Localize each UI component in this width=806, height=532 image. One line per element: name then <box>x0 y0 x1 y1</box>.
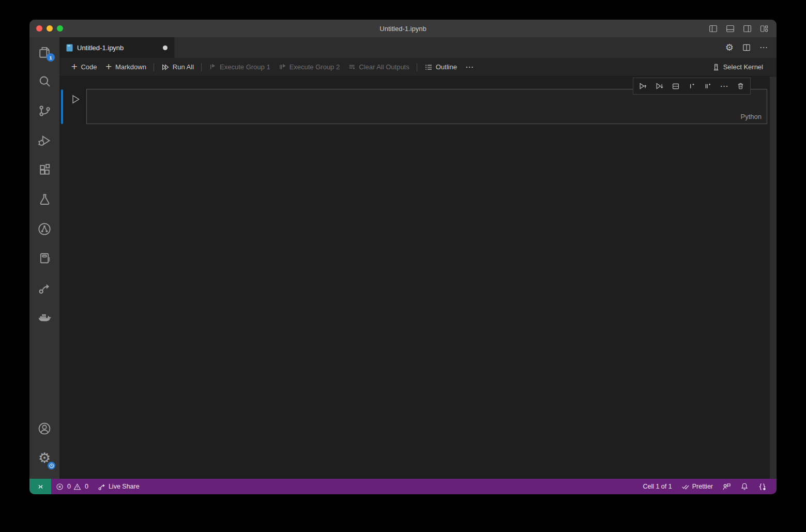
sidebar-item-docker[interactable] <box>29 302 59 332</box>
notebook-icon <box>38 252 51 265</box>
tab-bar: Untitled-1.ipynb ⚙ ⋯ <box>59 37 777 58</box>
toggle-secondary-sidebar-icon[interactable] <box>743 25 752 33</box>
warning-count: 0 <box>85 483 88 490</box>
outline-list-icon <box>424 63 433 71</box>
toggle-primary-sidebar-icon[interactable] <box>709 25 718 33</box>
language-status-button[interactable] <box>753 482 771 491</box>
clear-all-outputs-button[interactable]: Clear All Outputs <box>344 63 414 71</box>
sidebar-item-run-debug[interactable] <box>29 126 59 155</box>
explorer-badge: 1 <box>47 53 55 62</box>
sidebar-item-account[interactable] <box>29 414 59 443</box>
status-bar: 0 0 Live Share Cell 1 of 1 Prettier <box>29 479 777 494</box>
run-debug-icon <box>38 134 51 147</box>
split-cell-icon[interactable] <box>669 80 682 93</box>
toolbar-separator <box>154 63 154 71</box>
cell-position-indicator[interactable]: Cell 1 of 1 <box>638 483 676 490</box>
git-graph-icon <box>38 222 51 236</box>
kernel-server-icon <box>712 63 720 71</box>
execute-group-2-button[interactable]: Execute Group 2 <box>275 63 344 71</box>
close-window-button[interactable] <box>36 25 42 32</box>
toggle-panel-icon[interactable] <box>726 25 735 33</box>
more-actions-icon[interactable]: ⋯ <box>759 43 768 52</box>
customize-layout-icon[interactable] <box>760 25 768 33</box>
select-kernel-label: Select Kernel <box>723 63 763 71</box>
notifications-button[interactable] <box>736 482 753 491</box>
execute-group-2-icon <box>279 63 286 71</box>
minimize-window-button[interactable] <box>47 25 53 32</box>
sidebar-item-extensions[interactable] <box>29 155 59 185</box>
traffic-lights <box>29 25 63 32</box>
extensions-icon <box>38 163 51 176</box>
toolbar-separator <box>201 63 202 71</box>
warning-icon <box>73 483 81 491</box>
outline-label: Outline <box>436 63 457 71</box>
add-markdown-label: Markdown <box>115 63 146 71</box>
add-markdown-cell-button[interactable]: + Markdown <box>101 63 150 71</box>
problems-indicator[interactable]: 0 0 <box>51 483 93 491</box>
sidebar-item-testing[interactable] <box>29 185 59 214</box>
window-title: Untitled-1.ipynb <box>379 25 426 33</box>
notebook-toolbar: + Code + Markdown Run All <box>59 58 777 77</box>
clear-all-outputs-label: Clear All Outputs <box>359 63 409 71</box>
execute-group-1-button[interactable]: Execute Group 1 <box>205 63 275 71</box>
sidebar-item-source-control[interactable] <box>29 96 59 126</box>
error-count: 0 <box>67 483 71 490</box>
live-share-icon <box>98 482 106 491</box>
modified-dot-icon[interactable] <box>163 45 168 50</box>
zoom-window-button[interactable] <box>57 25 63 32</box>
prettier-status[interactable]: Prettier <box>677 482 718 491</box>
toolbar-more-button[interactable]: ⋯ <box>461 63 478 71</box>
vscode-window: Untitled-1.ipynb 1 <box>29 20 777 494</box>
cell-toolbar: ⋯ <box>633 78 751 95</box>
outline-button[interactable]: Outline <box>420 63 461 71</box>
notebook-file-icon <box>66 44 73 52</box>
scrollbar[interactable] <box>770 77 777 479</box>
remote-indicator[interactable] <box>29 479 51 494</box>
cell-focus-indicator[interactable] <box>61 89 63 124</box>
insert-cell-below-icon[interactable] <box>702 80 715 93</box>
sidebar-item-live-share[interactable] <box>29 273 59 302</box>
source-control-icon <box>38 104 51 117</box>
execute-group-1-icon <box>209 63 217 71</box>
insert-cell-above-icon[interactable] <box>685 80 698 93</box>
live-share-status[interactable]: Live Share <box>93 482 144 491</box>
split-editor-icon[interactable] <box>742 43 751 52</box>
run-cell-icon[interactable] <box>70 94 81 105</box>
activity-bar: 1 <box>29 37 59 479</box>
title-bar: Untitled-1.ipynb <box>29 20 777 37</box>
notebook-settings-gear-icon[interactable]: ⚙ <box>725 43 734 52</box>
add-code-label: Code <box>81 63 97 71</box>
tab-untitled-1-ipynb[interactable]: Untitled-1.ipynb <box>59 37 174 58</box>
live-share-label: Live Share <box>109 483 140 490</box>
search-icon <box>38 75 51 88</box>
beaker-icon <box>38 193 51 206</box>
error-icon <box>56 483 64 491</box>
execute-group-1-label: Execute Group 1 <box>220 63 270 71</box>
notebook-editor: ⋯ Python <box>59 77 777 479</box>
remote-icon <box>37 483 44 491</box>
sidebar-item-settings[interactable]: ⚙ <box>29 443 59 473</box>
tab-label: Untitled-1.ipynb <box>77 44 124 52</box>
plus-icon: + <box>71 63 78 71</box>
sidebar-item-explorer[interactable]: 1 <box>29 37 59 67</box>
delete-cell-icon[interactable] <box>734 80 748 93</box>
cell-more-actions-icon[interactable]: ⋯ <box>718 80 731 93</box>
sidebar-item-search[interactable] <box>29 67 59 96</box>
person-flag-icon <box>722 482 731 491</box>
sidebar-item-git-graph[interactable] <box>29 214 59 244</box>
sidebar-item-notebook[interactable] <box>29 244 59 273</box>
double-check-icon <box>681 482 690 491</box>
feedback-button[interactable] <box>718 482 736 491</box>
toolbar-separator <box>417 63 417 71</box>
plus-icon: + <box>105 63 112 71</box>
prettier-label: Prettier <box>692 483 713 490</box>
execute-group-2-label: Execute Group 2 <box>290 63 340 71</box>
execute-above-icon[interactable] <box>636 80 650 93</box>
cell-language-picker[interactable]: Python <box>741 113 762 120</box>
bell-icon <box>740 482 749 491</box>
select-kernel-button[interactable]: Select Kernel <box>708 63 767 71</box>
add-code-cell-button[interactable]: + Code <box>67 63 101 71</box>
braces-dot-icon <box>758 482 767 491</box>
run-all-button[interactable]: Run All <box>157 63 198 71</box>
execute-below-icon[interactable] <box>652 80 666 93</box>
